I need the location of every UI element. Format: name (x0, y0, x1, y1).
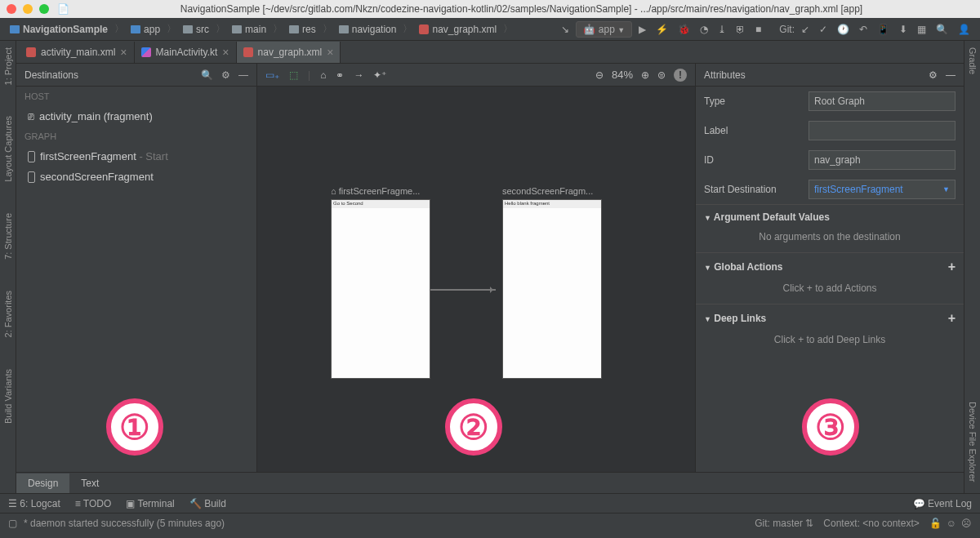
rail-build-variants[interactable]: Build Variants (3, 366, 13, 427)
zoom-in-icon[interactable]: ⊕ (641, 69, 649, 81)
sync-icon[interactable]: ↘ (558, 24, 572, 35)
canvas-content[interactable]: ⌂ firstScreenFragme... Go to Second seco… (257, 87, 695, 472)
todo-tab[interactable]: ≡ TODO (75, 498, 112, 509)
attr-label-input[interactable] (808, 121, 956, 140)
logcat-tab[interactable]: ☰ 6: Logcat (8, 498, 60, 509)
breadcrumb-src[interactable]: src (180, 22, 212, 37)
window-title: NavigationSample [~/dev/src/gitlab.com/N… (69, 3, 973, 15)
minimize-icon[interactable] (23, 4, 33, 14)
attr-id-input[interactable] (808, 150, 956, 170)
git-branch[interactable]: Git: master ⇅ (755, 518, 813, 529)
xml-icon (26, 47, 36, 57)
nested-graph-icon[interactable]: ⬚ (289, 69, 298, 81)
warning-icon[interactable]: ! (674, 69, 687, 82)
screen-label: firstScreenFragme... (339, 186, 421, 196)
minimize-icon[interactable]: — (946, 69, 956, 81)
gear-icon[interactable]: ⚙ (221, 69, 230, 81)
run-icon[interactable]: ▶ (635, 24, 649, 35)
add-deeplink-icon[interactable]: + (948, 311, 956, 326)
design-tab[interactable]: Design (16, 474, 69, 493)
context-widget[interactable]: Context: <no context> (823, 518, 919, 529)
face-warn-icon[interactable]: ☹ (961, 518, 972, 529)
deeplinks-sub: Click + to add Deep Links (704, 331, 956, 349)
rail-structure[interactable]: 7: Structure (3, 210, 13, 263)
coverage-icon[interactable]: ⛨ (733, 24, 749, 35)
annotation-1: ① (106, 398, 163, 456)
graph-item-second[interactable]: secondScreenFragment (16, 167, 256, 187)
tab-nav-graph[interactable]: nav_graph.xml × (237, 42, 341, 63)
sdk-icon[interactable]: ⬇ (896, 24, 911, 35)
home-icon[interactable]: ⌂ (320, 69, 326, 81)
terminal-tab[interactable]: ▣ Terminal (126, 498, 174, 509)
rail-device-explorer[interactable]: Device File Explorer (968, 398, 978, 485)
profile-icon[interactable]: ◔ (697, 24, 711, 35)
tab-main-activity[interactable]: MainActivity.kt × (135, 42, 237, 63)
attr-id-label: ID (704, 154, 802, 166)
tab-activity-main[interactable]: activity_main.xml × (20, 42, 135, 63)
args-title: Argument Default Values (714, 211, 830, 223)
breadcrumb-project[interactable]: NavigationSample (7, 22, 111, 37)
search-icon[interactable]: 🔍 (201, 69, 213, 81)
apply-icon[interactable]: ⚡ (653, 24, 671, 35)
minimize-icon[interactable]: — (238, 69, 248, 81)
git-update-icon[interactable]: ↙ (798, 24, 813, 35)
debug-icon[interactable]: 🐞 (675, 24, 693, 35)
editor-body: Destinations 🔍 ⚙ — HOST ⎚ activity_main … (16, 64, 964, 472)
face-ok-icon[interactable]: ☺ (947, 518, 956, 529)
close-icon[interactable] (7, 4, 16, 14)
right-tool-rail: Gradle Device File Explorer (964, 41, 980, 493)
rail-gradle[interactable]: Gradle (968, 44, 978, 78)
user-icon[interactable]: 👤 (955, 24, 973, 35)
screen-text: Go to Second (332, 200, 430, 208)
text-tab[interactable]: Text (69, 474, 110, 493)
attach-icon[interactable]: ⤓ (715, 24, 729, 35)
host-item[interactable]: ⎚ activity_main (fragment) (16, 106, 256, 127)
screen-first[interactable]: ⌂ firstScreenFragme... Go to Second (331, 186, 430, 379)
nav-canvas[interactable]: ▭₊ ⬚ | ⌂ ⚭ → ✦⁺ ⊖ 84% ⊕ ⊜ ! (257, 64, 696, 472)
annotation-3: ③ (802, 398, 859, 456)
attr-start-select[interactable]: firstScreenFragment▼ (808, 180, 956, 199)
add-action-icon[interactable]: + (948, 260, 956, 274)
breadcrumb-file[interactable]: nav_graph.xml (416, 22, 500, 37)
lock-icon[interactable]: 🔓 (929, 518, 942, 529)
zoom-fit-icon[interactable]: ⊜ (657, 69, 666, 81)
maximize-icon[interactable] (39, 4, 49, 14)
file-icon: 📄 (57, 3, 69, 15)
close-icon[interactable]: × (120, 46, 127, 59)
revert-icon[interactable]: ↶ (856, 24, 871, 35)
nav-action-arrow[interactable] (430, 289, 496, 291)
add-destination-icon[interactable]: ▭₊ (265, 69, 279, 81)
zoom-out-icon[interactable]: ⊖ (595, 69, 604, 81)
event-log-tab[interactable]: 💬 Event Log (913, 498, 972, 509)
canvas-toolbar: ▭₊ ⬚ | ⌂ ⚭ → ✦⁺ ⊖ 84% ⊕ ⊜ ! (257, 64, 695, 87)
rail-project[interactable]: 1: Project (3, 44, 13, 88)
close-icon[interactable]: × (222, 46, 229, 59)
status-message: * daemon started successfully (5 minutes… (24, 518, 225, 529)
destinations-title: Destinations (24, 69, 78, 81)
auto-arrange-icon[interactable]: ✦⁺ (373, 69, 386, 81)
attr-type-input[interactable] (808, 91, 956, 111)
stop-icon[interactable]: ■ (752, 24, 764, 35)
search-icon[interactable]: 🔍 (933, 24, 951, 35)
close-icon[interactable]: × (327, 46, 333, 59)
status-icon[interactable]: ▢ (8, 518, 17, 529)
rail-favorites[interactable]: 2: Favorites (3, 287, 13, 340)
traffic-lights[interactable] (7, 4, 49, 14)
breadcrumb-res[interactable]: res (286, 22, 319, 37)
avd-icon[interactable]: 📱 (874, 24, 893, 35)
structure-icon[interactable]: ▦ (914, 24, 929, 35)
run-config[interactable]: 🤖 app ▼ (576, 21, 632, 38)
breadcrumb-module[interactable]: app (127, 22, 163, 37)
git-commit-icon[interactable]: ✓ (816, 24, 831, 35)
rail-layout-captures[interactable]: Layout Captures (3, 113, 13, 185)
graph-item-first[interactable]: firstScreenFragment - Start (16, 146, 256, 167)
breadcrumb-navigation[interactable]: navigation (336, 22, 400, 37)
build-tab[interactable]: 🔨 Build (189, 498, 226, 509)
link-icon[interactable]: ⚭ (336, 69, 344, 81)
history-icon[interactable]: 🕐 (834, 24, 853, 35)
gear-icon[interactable]: ⚙ (929, 69, 938, 81)
breadcrumb-main[interactable]: main (229, 22, 270, 37)
arrow-icon[interactable]: → (354, 69, 363, 81)
attributes-header: Attributes ⚙ — (696, 64, 964, 87)
screen-second[interactable]: secondScreenFragm... Hello blank fragmen… (502, 186, 602, 379)
